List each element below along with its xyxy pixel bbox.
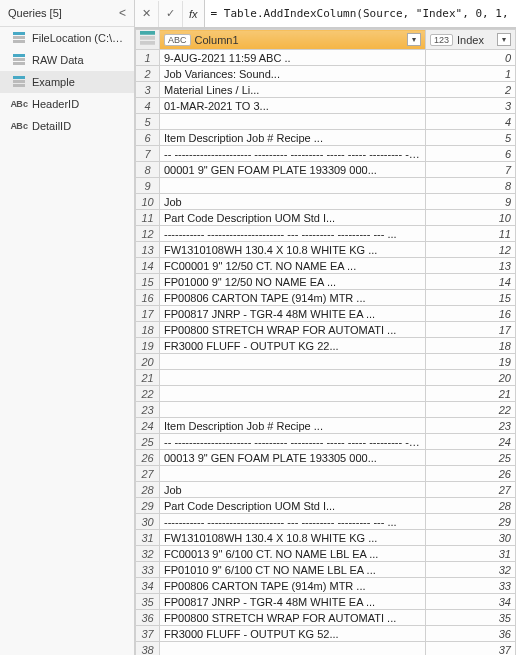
row-number[interactable]: 13 (136, 242, 160, 258)
cell-column1[interactable]: FP00806 CARTON TAPE (914m) MTR ... (160, 290, 426, 306)
cell-column1[interactable]: FP00817 JNRP - TGR-4 48M WHITE EA ... (160, 594, 426, 610)
table-row[interactable]: 4 01-MAR-2021 TO 3...3 (136, 98, 516, 114)
cell-index[interactable]: 18 (426, 338, 516, 354)
cell-column1[interactable]: Job Variances: Sound... (160, 66, 426, 82)
row-number[interactable]: 22 (136, 386, 160, 402)
query-item[interactable]: RAW Data (0, 49, 134, 71)
row-number[interactable]: 1 (136, 50, 160, 66)
table-row[interactable]: 98 (136, 178, 516, 194)
collapse-chevron-icon[interactable]: < (119, 6, 126, 20)
table-row[interactable]: 19-AUG-2021 11:59 ABC ..0 (136, 50, 516, 66)
row-number[interactable]: 25 (136, 434, 160, 450)
row-number[interactable]: 30 (136, 514, 160, 530)
cell-index[interactable]: 7 (426, 162, 516, 178)
row-number[interactable]: 4 (136, 98, 160, 114)
cell-column1[interactable] (160, 370, 426, 386)
table-row[interactable]: 2120 (136, 370, 516, 386)
row-number[interactable]: 7 (136, 146, 160, 162)
table-row[interactable]: 19 FR3000 FLUFF - OUTPUT KG 22...18 (136, 338, 516, 354)
cell-index[interactable]: 14 (426, 274, 516, 290)
cell-column1[interactable]: 9-AUG-2021 11:59 ABC .. (160, 50, 426, 66)
cancel-formula-icon[interactable]: ✕ (135, 1, 159, 27)
index-filter-dropdown-icon[interactable]: ▾ (497, 33, 511, 46)
cell-column1[interactable]: FC00013 9" 6/100 CT. NO NAME LBL EA ... (160, 546, 426, 562)
cell-column1[interactable]: FW1310108WH 130.4 X 10.8 WHITE KG ... (160, 530, 426, 546)
cell-index[interactable]: 17 (426, 322, 516, 338)
data-grid[interactable]: ABC Column1 ▾ 123 Index ▾ (135, 28, 516, 655)
row-number[interactable]: 17 (136, 306, 160, 322)
cell-column1[interactable] (160, 642, 426, 656)
cell-index[interactable]: 16 (426, 306, 516, 322)
table-row[interactable]: 7-- --------------------- --------- ----… (136, 146, 516, 162)
table-row[interactable]: 18 FP00800 STRETCH WRAP FOR AUTOMATI ...… (136, 322, 516, 338)
cell-index[interactable]: 30 (426, 530, 516, 546)
row-number[interactable]: 28 (136, 482, 160, 498)
table-row[interactable]: 30 ----------- --------------------- ---… (136, 514, 516, 530)
table-row[interactable]: 37 FR3000 FLUFF - OUTPUT KG 52...36 (136, 626, 516, 642)
cell-column1[interactable]: -- --------------------- --------- -----… (160, 434, 426, 450)
cell-index[interactable]: 13 (426, 258, 516, 274)
row-number[interactable]: 21 (136, 370, 160, 386)
row-number[interactable]: 8 (136, 162, 160, 178)
row-number[interactable]: 15 (136, 274, 160, 290)
cell-index[interactable]: 1 (426, 66, 516, 82)
cell-column1[interactable]: Job (160, 482, 426, 498)
cell-index[interactable]: 10 (426, 210, 516, 226)
cell-index[interactable]: 2 (426, 82, 516, 98)
row-number[interactable]: 34 (136, 578, 160, 594)
cell-column1[interactable]: FW1310108WH 130.4 X 10.8 WHITE KG ... (160, 242, 426, 258)
row-number[interactable]: 12 (136, 226, 160, 242)
cell-column1[interactable] (160, 114, 426, 130)
cell-column1[interactable]: FC00001 9" 12/50 CT. NO NAME EA ... (160, 258, 426, 274)
row-number[interactable]: 19 (136, 338, 160, 354)
formula-input[interactable] (205, 0, 516, 27)
cell-column1[interactable]: ----------- --------------------- --- --… (160, 514, 426, 530)
cell-index[interactable]: 21 (426, 386, 516, 402)
row-number[interactable]: 33 (136, 562, 160, 578)
table-row[interactable]: 2600013 9" GEN FOAM PLATE 193305 000...2… (136, 450, 516, 466)
table-row[interactable]: 2322 (136, 402, 516, 418)
cell-index[interactable]: 0 (426, 50, 516, 66)
cell-index[interactable]: 11 (426, 226, 516, 242)
table-row[interactable]: 800001 9" GEN FOAM PLATE 193309 000...7 (136, 162, 516, 178)
cell-index[interactable]: 34 (426, 594, 516, 610)
table-row[interactable]: 25-- --------------------- --------- ---… (136, 434, 516, 450)
table-row[interactable]: 13 FW1310108WH 130.4 X 10.8 WHITE KG ...… (136, 242, 516, 258)
cell-column1[interactable]: FP01010 9" 6/100 CT NO NAME LBL EA ... (160, 562, 426, 578)
table-row[interactable]: 17 FP00817 JNRP - TGR-4 48M WHITE EA ...… (136, 306, 516, 322)
cell-index[interactable]: 3 (426, 98, 516, 114)
cell-index[interactable]: 15 (426, 290, 516, 306)
table-row[interactable]: 10 Job9 (136, 194, 516, 210)
cell-index[interactable]: 8 (426, 178, 516, 194)
cell-column1[interactable]: 01-MAR-2021 TO 3... (160, 98, 426, 114)
cell-column1[interactable]: Item Description Job # Recipe ... (160, 418, 426, 434)
table-row[interactable]: 2726 (136, 466, 516, 482)
cell-column1[interactable]: FP00817 JNRP - TGR-4 48M WHITE EA ... (160, 306, 426, 322)
cell-column1[interactable] (160, 178, 426, 194)
cell-column1[interactable]: FP00806 CARTON TAPE (914m) MTR ... (160, 578, 426, 594)
column-header-column1[interactable]: ABC Column1 ▾ (160, 30, 426, 50)
table-row[interactable]: 2019 (136, 354, 516, 370)
row-number[interactable]: 16 (136, 290, 160, 306)
cell-index[interactable]: 19 (426, 354, 516, 370)
row-number[interactable]: 2 (136, 66, 160, 82)
cell-index[interactable]: 35 (426, 610, 516, 626)
cell-column1[interactable]: Job (160, 194, 426, 210)
cell-column1[interactable] (160, 466, 426, 482)
cell-index[interactable]: 22 (426, 402, 516, 418)
cell-index[interactable]: 33 (426, 578, 516, 594)
cell-index[interactable]: 12 (426, 242, 516, 258)
row-number[interactable]: 26 (136, 450, 160, 466)
cell-column1[interactable]: 00001 9" GEN FOAM PLATE 193309 000... (160, 162, 426, 178)
table-row[interactable]: 6Item Description Job # Recipe ...5 (136, 130, 516, 146)
table-row[interactable]: 34 FP00806 CARTON TAPE (914m) MTR ...33 (136, 578, 516, 594)
query-item[interactable]: AB cDetailID (0, 115, 134, 137)
table-row[interactable]: 29 Part Code Description UOM Std I...28 (136, 498, 516, 514)
cell-column1[interactable]: Item Description Job # Recipe ... (160, 130, 426, 146)
row-number[interactable]: 35 (136, 594, 160, 610)
cell-column1[interactable]: 00013 9" GEN FOAM PLATE 193305 000... (160, 450, 426, 466)
row-number[interactable]: 36 (136, 610, 160, 626)
cell-column1[interactable] (160, 402, 426, 418)
table-row[interactable]: 14 FC00001 9" 12/50 CT. NO NAME EA ...13 (136, 258, 516, 274)
table-row[interactable]: 3 Material Lines / Li...2 (136, 82, 516, 98)
